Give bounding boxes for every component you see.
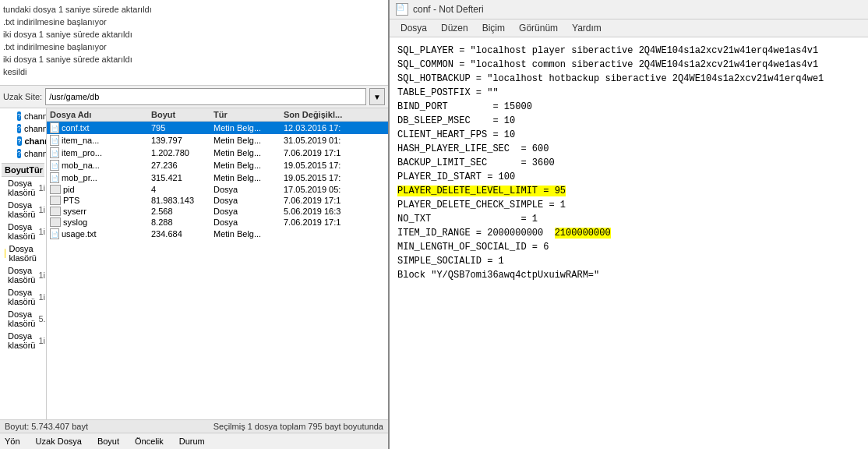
file-type: Dosya xyxy=(213,196,284,205)
file-date: 19.05.2015 17: xyxy=(284,173,385,182)
file-name-cell: 📄mob_na... xyxy=(50,160,151,171)
left-tree-header: Boyut Tür xyxy=(2,163,44,177)
file-type: Metin Belg... xyxy=(213,173,284,182)
tree-channel-6[interactable]: ? channel6 xyxy=(2,147,44,160)
tree-item-name: Dosya klasörü xyxy=(8,200,35,219)
code-line: BIND_PORT = 15000 xyxy=(397,100,860,114)
remote-path-input[interactable] xyxy=(45,88,366,105)
file-row[interactable]: 📄item_pro... 1.202.780 Metin Belg... 7.0… xyxy=(47,147,388,159)
folder-icon xyxy=(5,249,5,258)
file-row[interactable]: 📄mob_pr... 315.421 Metin Belg... 19.05.2… xyxy=(47,171,388,184)
file-type: Metin Belg... xyxy=(213,136,284,145)
file-row[interactable]: 📄conf.txt 795 Metin Belg... 12.03.2016 1… xyxy=(47,122,388,134)
file-row[interactable]: syserr 2.568 Dosya 5.06.2019 16:3 xyxy=(47,206,388,217)
notepad-titlebar: 📄 conf - Not Defteri xyxy=(390,0,868,19)
code-line: ITEM_ID_RANGE = 2000000000 2100000000 xyxy=(397,226,860,240)
file-name: mob_pr... xyxy=(62,173,97,182)
tree-channel-4[interactable]: ? channel4 xyxy=(2,122,44,135)
channel5-icon: ? xyxy=(17,136,22,146)
tree-item[interactable]: Dosya klasörü xyxy=(2,242,44,264)
menu-yardim[interactable]: Yardım xyxy=(566,21,608,35)
file-size: 139.797 xyxy=(151,136,213,145)
file-table-body: 📄conf.txt 795 Metin Belg... 12.03.2016 1… xyxy=(47,122,388,419)
code-line: PLAYER_ID_START = 100 xyxy=(397,170,860,184)
log-line-4: .txt indirilmesine başlanıyor xyxy=(3,41,385,53)
tree-item-size: 1i xyxy=(38,183,45,193)
file-size: 795 xyxy=(151,123,213,133)
status-bar: Boyut: 5.743.407 bayt Seçilmiş 1 dosya t… xyxy=(0,419,388,433)
file-type: Dosya xyxy=(213,217,284,227)
file-name-cell: pid xyxy=(50,185,151,194)
col-type[interactable]: Tür xyxy=(213,110,284,119)
status-selected: Seçilmiş 1 dosya toplam 795 bayt boyutun… xyxy=(213,422,383,431)
txt-file-icon: 📄 xyxy=(50,135,59,146)
notepad-icon: 📄 xyxy=(396,3,408,16)
txt-file-icon: 📄 xyxy=(50,160,59,171)
file-row[interactable]: PTS 81.983.143 Dosya 7.06.2019 17:1 xyxy=(47,195,388,206)
tree-item[interactable]: Dosya klasörü 5. xyxy=(2,308,44,330)
file-row[interactable]: syslog 8.288 Dosya 7.06.2019 17:1 xyxy=(47,217,388,228)
txt-file-icon: 📄 xyxy=(50,147,59,158)
channel3-icon: ? xyxy=(17,111,21,121)
menu-goruntum[interactable]: Görünüm xyxy=(513,21,564,35)
tree-item[interactable]: Dosya klasörü 1i xyxy=(2,286,44,308)
left-tree-panel: ? channel3 ? channel4 ? channel5 ? chann… xyxy=(0,108,47,419)
log-area: tundaki dosya 1 saniye sürede aktarıldı … xyxy=(0,0,388,86)
highlighted-value: 2100000000 xyxy=(555,228,611,239)
file-size: 4 xyxy=(151,185,213,194)
menu-bicim[interactable]: Biçim xyxy=(476,21,511,35)
file-date: 7.06.2019 17:1 xyxy=(284,148,385,157)
tree-item-name: Dosya klasörü xyxy=(8,331,35,350)
file-type: Dosya xyxy=(213,207,284,216)
tree-item[interactable]: Dosya klasörü 1i xyxy=(2,221,44,242)
channel6-icon: ? xyxy=(17,149,21,158)
col-filename[interactable]: Dosya Adı xyxy=(50,110,151,119)
file-type: Metin Belg... xyxy=(213,123,284,133)
file-type: Metin Belg... xyxy=(213,229,284,239)
menu-duzen[interactable]: Düzen xyxy=(435,21,475,35)
file-date: 19.05.2015 17: xyxy=(284,161,385,170)
col-size[interactable]: Boyut xyxy=(151,110,213,119)
code-line: HASH_PLAYER_LIFE_SEC = 600 xyxy=(397,142,860,156)
file-row[interactable]: 📄usage.txt 234.684 Metin Belg... xyxy=(47,228,388,240)
txt-file-icon: 📄 xyxy=(50,228,59,239)
bottom-toolbar: Yön Uzak Dosya Boyut Öncelik Durum xyxy=(0,433,388,449)
log-line-1: tundaki dosya 1 saniye sürede aktarıldı xyxy=(3,3,385,16)
notepad-content[interactable]: SQL_PLAYER = "localhost player siberacti… xyxy=(390,37,868,449)
file-row[interactable]: pid 4 Dosya 17.05.2019 05: xyxy=(47,184,388,195)
file-name-cell: 📄item_pro... xyxy=(50,147,151,158)
file-row[interactable]: 📄item_na... 139.797 Metin Belg... 31.05.… xyxy=(47,134,388,147)
code-line: PLAYER_DELETE_CHECK_SIMPLE = 1 xyxy=(397,198,860,212)
log-line-5: iki dosya 1 saniye sürede aktarıldı xyxy=(3,53,385,65)
code-line: PLAYER_DELETE_LEVEL_LIMIT = 95 xyxy=(397,184,860,198)
tree-item-size: 1i xyxy=(38,270,45,280)
right-files-panel: Dosya Adı Boyut Tür Son Değişikl... 📄con… xyxy=(47,108,388,419)
code-line: BACKUP_LIMIT_SEC = 3600 xyxy=(397,156,860,170)
tree-channel-5[interactable]: ? channel5 xyxy=(2,135,44,147)
tree-item-size: 5. xyxy=(38,314,45,323)
tree-item[interactable]: Dosya klasörü 1i xyxy=(2,177,44,199)
tree-item-name: Dosya klasörü xyxy=(8,179,35,197)
file-name: item_na... xyxy=(62,136,99,145)
file-manager-body: ? channel3 ? channel4 ? channel5 ? chann… xyxy=(0,108,388,419)
file-date: 7.06.2019 17:1 xyxy=(284,217,385,227)
tree-item[interactable]: Dosya klasörü 1i xyxy=(2,199,44,221)
tree-item-size: 1i xyxy=(38,292,45,302)
menu-dosya[interactable]: Dosya xyxy=(394,21,433,35)
tree-item[interactable]: Dosya klasörü 1i xyxy=(2,330,44,352)
file-size: 2.568 xyxy=(151,207,213,216)
path-dropdown-button[interactable]: ▼ xyxy=(369,88,385,105)
tree-item-name: Dosya klasörü xyxy=(8,288,35,306)
file-name-cell: PTS xyxy=(50,196,151,205)
code-line: SQL_HOTBACKUP = "localhost hotbackup sib… xyxy=(397,72,860,86)
file-name: usage.txt xyxy=(62,229,97,239)
tree-item-size: 1i xyxy=(38,227,45,236)
col-date[interactable]: Son Değişikl... xyxy=(284,110,385,119)
file-size: 81.983.143 xyxy=(151,196,213,205)
file-size: 315.421 xyxy=(151,173,213,182)
tree-item[interactable]: Dosya klasörü 1i xyxy=(2,264,44,286)
channel4-icon: ? xyxy=(17,124,21,133)
file-row[interactable]: 📄mob_na... 27.236 Metin Belg... 19.05.20… xyxy=(47,159,388,171)
code-line: SQL_PLAYER = "localhost player siberacti… xyxy=(397,44,860,58)
tree-channel-3[interactable]: ? channel3 xyxy=(2,110,44,122)
